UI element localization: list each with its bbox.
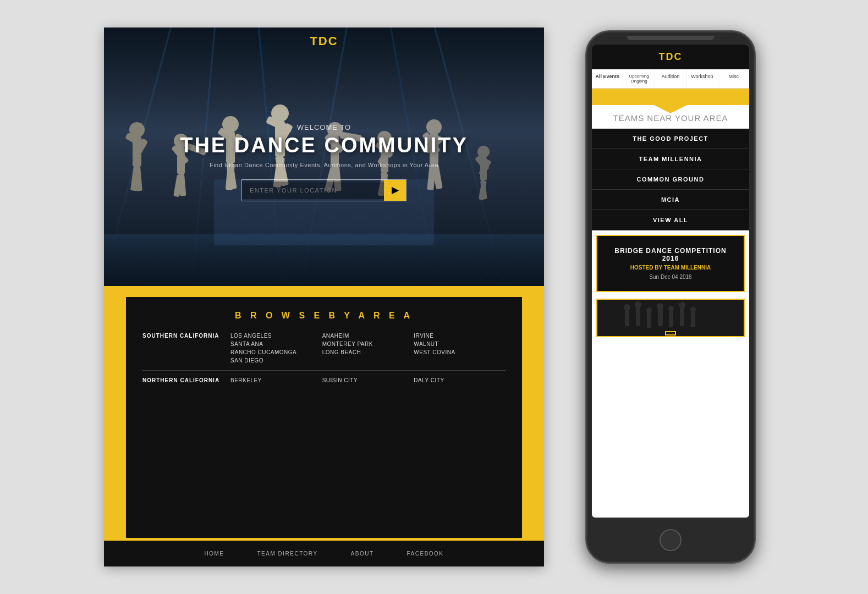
city-irvine[interactable]: IRVINE [414,332,506,340]
svg-point-62 [679,302,685,309]
svg-rect-59 [669,311,673,327]
svg-rect-49 [104,234,544,284]
svg-point-58 [657,303,663,310]
city-west-covina[interactable]: WEST COVINA [414,348,506,356]
search-bar: ▶ [241,179,406,201]
city-suisin-city[interactable]: SUISIN CITY [322,376,414,384]
hero-description: Find Urban Dance Community Events, Audit… [180,162,468,168]
footer-team-directory-link[interactable]: TEAM DIRECTORY [257,551,317,557]
phone-home-button[interactable] [660,529,682,551]
event-title: BRIDGE DANCE COMPETITION 2016 [606,247,735,262]
event-host-name: TEAM MILLENNIA [664,265,711,271]
city-daly-city[interactable]: DALY CITY [414,376,506,384]
nav-workshop[interactable]: Workshop [686,69,718,88]
city-rancho-cucamonga[interactable]: RANCHO CUCAMONGA [230,348,322,356]
svg-point-52 [624,304,630,311]
svg-rect-51 [625,310,629,326]
phone-teams-list: THE GOOD PROJECT TEAM MILLENNIA COMMON G… [592,129,749,230]
region-divider [142,370,506,371]
phone-device: TDC All Events UpcomingOngoing Audition … [585,30,756,564]
phone-teams-section: TEAMS NEAR YOUR AREA THE GOOD PROJECT TE… [592,105,749,230]
nav-all-events[interactable]: All Events [592,69,623,88]
svg-point-64 [690,307,696,312]
site-footer: HOME TEAM DIRECTORY ABOUT FACEBOOK [104,541,544,566]
phone-screen: TDC All Events UpcomingOngoing Audition … [592,45,749,518]
northern-california-table: NORTHERN CALIFORNIA BERKELEY SUISIN CITY… [142,376,506,384]
phone-logo: TDC [598,51,743,63]
hero-content: WELCOME TO THE DANCE COMMUNITY Find Urba… [180,123,468,201]
phone-bottom [660,518,682,563]
browse-title: B R O W S E B Y A R E A [142,311,506,321]
team-common-ground[interactable]: COMMON GROUND [592,169,749,190]
city-berkeley[interactable]: BERKELEY [230,376,322,384]
svg-point-54 [635,301,641,308]
city-list-col2-norcal: SUISIN CITY [322,376,414,384]
svg-point-60 [668,306,674,311]
city-list-col3-socal: IRVINE WALNUT WEST COVINA [414,332,506,365]
city-santa-ana[interactable]: SANTA ANA [230,340,322,348]
location-search-input[interactable] [242,182,384,199]
svg-point-43 [477,146,490,158]
site-logo: TDC [310,34,338,48]
desktop-website: TDC WELCOME TO THE DANCE COMMUNITY Find … [104,28,544,566]
southern-california-table: SOUTHERN CALIFORNIA LOS ANGELES SANTA AN… [142,332,506,365]
city-monterey-park[interactable]: MONTEREY PARK [322,340,414,348]
hero-title: THE DANCE COMMUNITY [180,134,468,157]
footer-facebook-link[interactable]: FACEBOOK [407,551,444,557]
hero-section: TDC WELCOME TO THE DANCE COMMUNITY Find … [104,28,544,286]
browse-area-section: B R O W S E B Y A R E A SOUTHERN CALIFOR… [126,297,522,538]
nav-upcoming-ongoing[interactable]: UpcomingOngoing [623,69,655,88]
svg-rect-61 [680,307,684,326]
phone-yellow-bar [592,89,749,105]
event-host: HOSTED BY TEAM MILLENNIA [606,265,735,271]
city-san-diego[interactable]: SAN DIEGO [230,356,322,365]
teams-view-all[interactable]: VIEW ALL [592,210,749,230]
svg-point-56 [646,307,652,313]
svg-rect-55 [647,312,651,328]
yellow-section: B R O W S E B Y A R E A SOUTHERN CALIFOR… [104,286,544,541]
city-list-col1-norcal: BERKELEY [230,376,322,384]
svg-rect-57 [658,309,663,326]
team-mcia[interactable]: MCIA [592,190,749,210]
hero-subtitle: WELCOME TO [180,123,468,131]
footer-home-link[interactable]: HOME [204,551,224,557]
footer-about-link[interactable]: ABOUT [351,551,374,557]
phone-event-card2[interactable] [596,299,745,337]
city-list-col1-socal: LOS ANGELES SANTA ANA RANCHO CUCAMONGA S… [230,332,322,365]
phone-container: TDC All Events UpcomingOngoing Audition … [577,28,764,566]
phone-navigation: All Events UpcomingOngoing Audition Work… [592,69,749,89]
city-anaheim[interactable]: ANAHEIM [322,332,414,340]
team-millennia[interactable]: TEAM MILLENNIA [592,149,749,169]
phone-header: TDC [592,45,749,69]
svg-rect-63 [691,312,695,327]
region-label-norcal: NORTHERN CALIFORNIA [142,376,230,384]
nav-misc[interactable]: Misc [718,69,749,88]
region-label-socal: SOUTHERN CALIFORNIA [142,332,230,365]
city-long-beach[interactable]: LONG BEACH [322,348,414,356]
team-the-good-project[interactable]: THE GOOD PROJECT [592,129,749,149]
event-date: Sun Dec 04 2016 [606,274,735,280]
city-walnut[interactable]: WALNUT [414,340,506,348]
event-host-prefix: HOSTED BY [630,265,664,271]
city-list-col2-socal: ANAHEIM MONTEREY PARK LONG BEACH [322,332,414,365]
svg-rect-53 [636,307,640,326]
city-list-col3-norcal: DALY CITY [414,376,506,384]
nav-audition[interactable]: Audition [655,69,686,88]
city-los-angeles[interactable]: LOS ANGELES [230,332,322,340]
phone-speaker [627,36,715,40]
phone-event-card[interactable]: BRIDGE DANCE COMPETITION 2016 HOSTED BY … [596,235,745,292]
search-submit-button[interactable]: ▶ [384,180,406,201]
